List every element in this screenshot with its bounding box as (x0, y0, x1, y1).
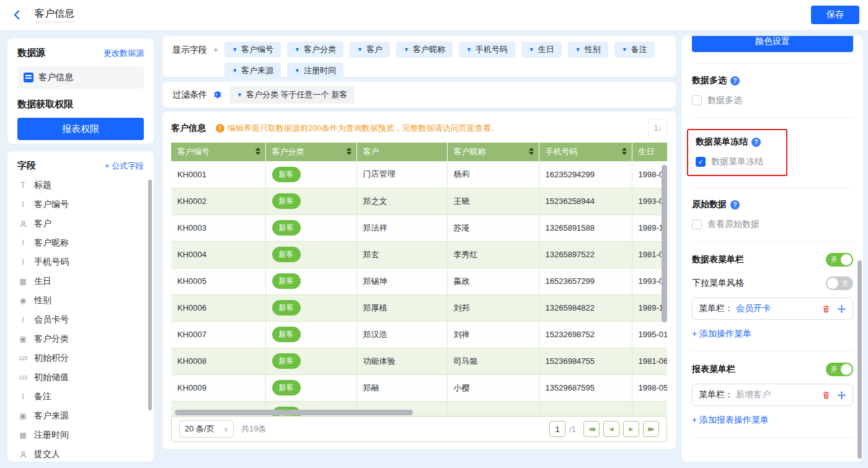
page-size-select[interactable]: 20 条/页 ∨ (179, 420, 234, 438)
help-icon[interactable]: ? (730, 200, 740, 210)
datasource-item[interactable]: 客户信息 (17, 66, 144, 89)
field-item[interactable]: I 客户编号 (17, 195, 144, 214)
multi-select-heading: 数据多选 (692, 75, 727, 86)
field-item[interactable]: 客户 (17, 214, 144, 233)
dropdown-style-toggle[interactable]: 关 (826, 276, 853, 290)
field-item[interactable]: ▣ 客户分类 (17, 329, 144, 348)
table-row[interactable]: KH0003 新客 郑法祥 苏漫 13265891588 1989-11 (171, 214, 667, 241)
display-field-tag[interactable]: ▼ 客户编号 (224, 42, 281, 58)
calendar-icon: ▦ (17, 277, 29, 286)
prev-page-button[interactable]: ◀ (603, 421, 619, 437)
column-header[interactable]: 客户编号 (171, 143, 265, 161)
table-row[interactable]: KH0009 新客 郑融 小樱 13529687595 1998-05 (171, 374, 667, 401)
field-item[interactable]: I 会员卡号 (17, 310, 144, 329)
display-field-tag[interactable]: ▼ 客户昵称 (396, 42, 453, 58)
delete-icon[interactable] (822, 391, 831, 400)
category-badge: 新客 (272, 327, 301, 342)
category-badge: 新客 (272, 193, 301, 209)
table-menu-toggle[interactable]: 开 (826, 253, 853, 267)
filter-condition-tag[interactable]: ▼ 客户分类 等于任意一个 新客 (229, 86, 355, 104)
display-field-tag[interactable]: ▼ 注册时间 (287, 63, 343, 79)
display-field-tag[interactable]: ▼ 性别 (568, 42, 608, 58)
table-menu-item[interactable]: 菜单栏： 会员开卡 (692, 298, 853, 320)
dropdown-style-label: 下拉菜单风格 (692, 278, 744, 289)
field-item[interactable]: 123 初始储值 (17, 368, 144, 387)
add-formula-field-link[interactable]: + 公式字段 (105, 161, 144, 172)
display-field-tag[interactable]: ▼ 客户 (350, 42, 390, 58)
display-field-tag[interactable]: ▼ 手机号码 (459, 42, 515, 58)
menu-freeze-checkbox-row[interactable]: ✓ 数据菜单冻结 (696, 156, 779, 167)
raw-data-checkbox[interactable] (692, 219, 702, 229)
panel-scrollbar[interactable] (857, 260, 862, 459)
add-action-menu-link[interactable]: + 添加操作菜单 (692, 329, 751, 340)
field-item[interactable]: ▦ 生日 (17, 272, 144, 291)
sort-arrows-icon[interactable] (622, 148, 627, 155)
report-menu-toggle[interactable]: 开 (826, 363, 853, 376)
table-row[interactable]: KH0001 新客 门店管理 杨莉 16235294299 1998-05 (171, 161, 667, 188)
sort-order-button[interactable]: 1↓ (649, 119, 667, 138)
move-icon[interactable] (837, 391, 846, 400)
cell-customer: 郑法祥 (356, 214, 447, 241)
column-header[interactable]: 手机号码 (539, 143, 632, 161)
dropdown-triangle-icon: ▼ (622, 46, 627, 53)
page-size-value: 20 条/页 (185, 423, 215, 435)
multi-select-checkbox-row[interactable]: 数据多选 (692, 95, 853, 106)
gear-icon[interactable] (212, 90, 222, 100)
help-icon[interactable]: ? (751, 138, 761, 147)
page-title[interactable]: 客户信息 (35, 7, 74, 22)
display-field-tag[interactable]: ▼ 客户来源 (224, 63, 281, 79)
table-row[interactable]: KH0004 新客 郑玄 李秀红 13265897522 1981-06 (171, 241, 667, 268)
datasource-card: 数据源 更改数据源 客户信息 数据获取权限 报表权限 (7, 38, 154, 144)
table-row[interactable]: KH0006 新客 郑厚植 刘邦 13265984822 1989-11 (171, 294, 667, 321)
column-header[interactable]: 生日 (632, 143, 667, 161)
first-page-button[interactable]: ◀◀ (583, 421, 600, 437)
menu-item-prefix: 菜单栏： (699, 303, 733, 314)
menu-freeze-checkbox[interactable]: ✓ (696, 157, 706, 167)
field-item[interactable]: 123 初始积分 (17, 348, 144, 368)
raw-data-checkbox-row[interactable]: 查看原始数据 (692, 219, 853, 230)
current-page-input[interactable]: 1 (549, 421, 565, 437)
field-item[interactable]: ◉ 性别 (17, 291, 144, 310)
sort-arrows-icon[interactable] (529, 148, 534, 155)
change-datasource-link[interactable]: 更改数据源 (104, 48, 144, 59)
sort-arrows-icon[interactable] (347, 148, 352, 155)
report-permission-button[interactable]: 报表权限 (17, 118, 144, 140)
display-field-tag[interactable]: ▼ 备注 (614, 42, 655, 58)
table-row[interactable]: KH0008 新客 功能体验 司马懿 15236984755 1981-06 (171, 348, 667, 374)
column-header[interactable]: 客户昵称 (447, 143, 539, 161)
chevron-down-icon: ∨ (224, 426, 228, 433)
next-page-button[interactable]: ▶ (623, 421, 639, 437)
menu-item-value: 新增客户 (736, 389, 771, 400)
table-horizontal-scrollbar[interactable] (175, 410, 413, 415)
display-field-tag[interactable]: ▼ 客户分类 (287, 42, 343, 58)
column-header[interactable]: 客户 (356, 143, 447, 161)
fields-scrollbar[interactable] (148, 180, 152, 410)
table-row[interactable]: KH0002 新客 郑之文 王晓 15236258944 1993-08 (171, 188, 667, 214)
display-field-tag[interactable]: ▼ 生日 (521, 42, 562, 58)
field-item[interactable]: I 客户昵称 (17, 233, 144, 252)
multi-select-checkbox[interactable] (692, 95, 702, 105)
add-report-action-menu-link[interactable]: + 添加报表操作菜单 (692, 415, 769, 426)
table-vertical-scrollbar[interactable] (662, 165, 667, 322)
add-display-field-button[interactable]: + (213, 42, 218, 71)
field-item[interactable]: I 手机号码 (17, 252, 144, 272)
column-header[interactable]: 客户分类 (265, 143, 356, 161)
field-item[interactable]: 提交人 (17, 444, 144, 462)
sort-arrows-icon[interactable] (255, 148, 260, 155)
back-button[interactable] (9, 6, 26, 24)
help-icon[interactable]: ? (730, 76, 740, 86)
move-icon[interactable] (837, 304, 846, 314)
save-button[interactable]: 保存 (811, 6, 859, 24)
cell-phone: 13265984822 (539, 294, 632, 321)
delete-icon[interactable] (822, 304, 831, 314)
field-item[interactable]: T 标题 (17, 175, 144, 195)
field-item[interactable]: I 备注 (17, 387, 144, 406)
last-page-button[interactable]: ▶▶ (643, 421, 659, 437)
report-menu-item[interactable]: 菜单栏： 新增客户 (692, 384, 853, 406)
field-item[interactable]: ▦ 注册时间 (17, 425, 144, 444)
table-row[interactable]: KH0007 新客 郑汉浩 刘禅 15232698752 1995-01 (171, 321, 667, 348)
color-settings-button[interactable]: 颜色设置 (692, 36, 853, 52)
field-item[interactable]: ▣ 客户来源 (17, 406, 144, 425)
cell-category: 新客 (265, 161, 356, 188)
table-row[interactable]: KH0005 新客 郑锡坤 嬴政 16523657299 1993-08 (171, 268, 667, 294)
